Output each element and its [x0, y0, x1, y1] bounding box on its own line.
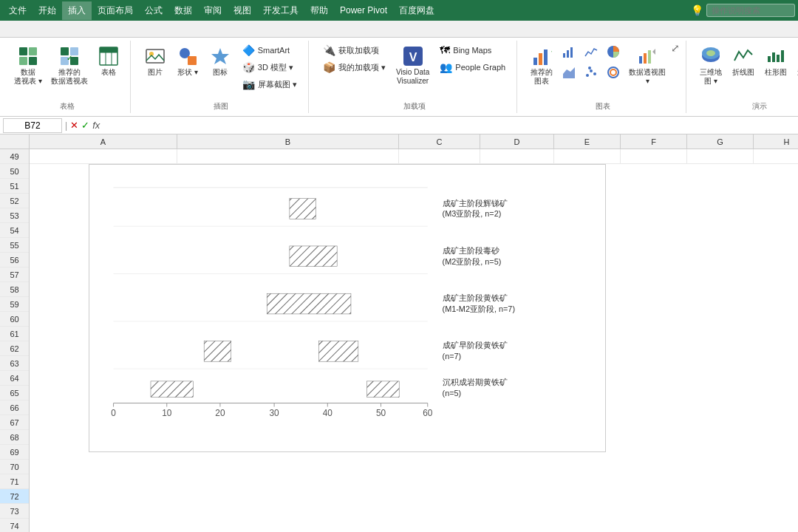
other-chart-button[interactable]: [603, 63, 624, 82]
bing-maps-button[interactable]: 🗺 Bing Maps: [434, 42, 511, 58]
col-header-e[interactable]: E: [554, 134, 621, 149]
shape-button[interactable]: 形状 ▾: [172, 42, 203, 79]
menu-power-pivot[interactable]: Power Pivot: [334, 2, 393, 18]
sparkline-win-button[interactable]: 迷你图: [793, 42, 798, 79]
insert-function-icon[interactable]: fx: [92, 120, 100, 131]
svg-text:50: 50: [376, 408, 386, 418]
label-row2-line1: 成矿主阶段毒砂: [443, 246, 499, 255]
row-68[interactable]: 68: [0, 430, 29, 445]
row-57[interactable]: 57: [0, 267, 29, 282]
pie-chart-button[interactable]: [603, 42, 624, 61]
row-51[interactable]: 51: [0, 179, 29, 194]
row-56[interactable]: 56: [0, 253, 29, 267]
cell-b49[interactable]: [177, 149, 399, 163]
my-addins-button[interactable]: 📦 我的加载项 ▾: [318, 59, 391, 75]
bar-row5b: [367, 381, 400, 398]
menu-formula[interactable]: 公式: [139, 1, 168, 20]
menu-baidu[interactable]: 百度网盘: [393, 1, 440, 20]
menu-developer[interactable]: 开发工具: [257, 1, 304, 20]
row-49[interactable]: 49: [0, 149, 29, 164]
get-addins-button[interactable]: 🔌 获取加载项: [318, 42, 391, 58]
recommend-chart-button[interactable]: ✓ 推荐的图表: [526, 42, 557, 88]
row-72[interactable]: 72: [0, 489, 29, 504]
illustration-vertical: 🔷 SmartArt 🎲 3D 模型 ▾ 📷 屏幕截图 ▾: [237, 42, 302, 92]
svg-point-42: [706, 50, 715, 56]
row-69[interactable]: 69: [0, 445, 29, 460]
3d-map-button[interactable]: 三维地图 ▾: [695, 42, 726, 88]
col-header-d[interactable]: D: [480, 134, 554, 149]
3d-model-button[interactable]: 🎲 3D 模型 ▾: [237, 59, 302, 75]
row-61[interactable]: 61: [0, 327, 29, 341]
row-58[interactable]: 58: [0, 282, 29, 297]
cell-d49[interactable]: [480, 149, 554, 163]
row-53[interactable]: 53: [0, 208, 29, 223]
col-header-g[interactable]: G: [687, 134, 754, 149]
menu-page-layout[interactable]: 页面布局: [92, 1, 139, 20]
col-header-a[interactable]: A: [30, 134, 177, 149]
table-button[interactable]: 表格: [93, 42, 124, 79]
row-52[interactable]: 52: [0, 194, 29, 208]
row-60[interactable]: 60: [0, 312, 29, 327]
row-55[interactable]: 55: [0, 238, 29, 253]
chart-container[interactable]: 0 10 20 30 40 50 60: [89, 164, 606, 452]
cell-a49[interactable]: [30, 149, 177, 163]
row-65[interactable]: 65: [0, 386, 29, 400]
svg-rect-0: [19, 47, 27, 55]
svg-rect-2: [19, 57, 27, 65]
ribbon-content: 数据透视表 ▾ ✓ 推荐的数据透视表: [0, 37, 798, 116]
row-73[interactable]: 73: [0, 504, 29, 519]
col-header-b[interactable]: B: [177, 134, 399, 149]
screenshot-button[interactable]: 📷 屏幕截图 ▾: [237, 76, 302, 92]
confirm-formula-icon[interactable]: ✓: [81, 120, 89, 131]
cancel-formula-icon[interactable]: ✕: [70, 120, 78, 131]
area-chart-button[interactable]: [559, 63, 579, 82]
row-71[interactable]: 71: [0, 474, 29, 489]
grid-row-49: [30, 149, 798, 164]
visio-button[interactable]: V Visio DataVisualizer: [392, 42, 433, 88]
pivot-table-button[interactable]: 数据透视表 ▾: [10, 42, 46, 88]
people-graph-button[interactable]: 👥 People Graph: [434, 59, 511, 75]
sparkline-bar-button[interactable]: 柱形图: [760, 42, 791, 79]
menu-help[interactable]: 帮助: [304, 1, 334, 20]
scatter-chart-button[interactable]: [581, 63, 601, 82]
menu-insert[interactable]: 插入: [62, 1, 92, 20]
menu-view[interactable]: 视图: [228, 1, 257, 20]
col-header-f[interactable]: F: [621, 134, 687, 149]
col-header-h[interactable]: H: [754, 134, 798, 149]
menu-home[interactable]: 开始: [33, 1, 62, 20]
menu-review[interactable]: 审阅: [198, 1, 228, 20]
col-header-c[interactable]: C: [399, 134, 480, 149]
smartart-button[interactable]: 🔷 SmartArt: [237, 42, 302, 58]
line-chart-button[interactable]: [581, 42, 601, 61]
row-70[interactable]: 70: [0, 460, 29, 474]
cell-g49[interactable]: [687, 149, 754, 163]
image-button[interactable]: 图片: [140, 42, 171, 79]
pivot-chart-button[interactable]: 数据透视图 ▾: [625, 42, 669, 88]
cell-e49[interactable]: [554, 149, 621, 163]
row-63[interactable]: 63: [0, 356, 29, 371]
row-74[interactable]: 74: [0, 519, 29, 532]
row-59[interactable]: 59: [0, 297, 29, 312]
cell-f49[interactable]: [621, 149, 687, 163]
row-50[interactable]: 50: [0, 164, 29, 179]
recommend-pivot-button[interactable]: ✓ 推荐的数据透视表: [47, 42, 92, 88]
sparkline-line-button[interactable]: 折线图: [728, 42, 759, 79]
chart-expand-button[interactable]: ⤢: [671, 42, 680, 54]
ribbon-group-chart: ✓ 推荐的图表: [520, 41, 686, 113]
label-row5-line2: (n=5): [443, 389, 462, 398]
my-addins-label: 我的加载项 ▾: [338, 62, 386, 73]
row-64[interactable]: 64: [0, 371, 29, 386]
row-54[interactable]: 54: [0, 223, 29, 238]
row-66[interactable]: 66: [0, 400, 29, 415]
menu-file[interactable]: 文件: [3, 1, 33, 20]
menu-data[interactable]: 数据: [168, 1, 198, 20]
row-67[interactable]: 67: [0, 415, 29, 430]
cell-reference[interactable]: B72: [3, 118, 62, 133]
area-chart-icon: [562, 65, 576, 80]
row-62[interactable]: 62: [0, 341, 29, 356]
bar-chart-button[interactable]: [559, 42, 579, 61]
formula-input[interactable]: [103, 119, 795, 132]
search-input[interactable]: [706, 4, 795, 17]
cell-c49[interactable]: [399, 149, 480, 163]
icon-button[interactable]: 图标: [205, 42, 236, 79]
